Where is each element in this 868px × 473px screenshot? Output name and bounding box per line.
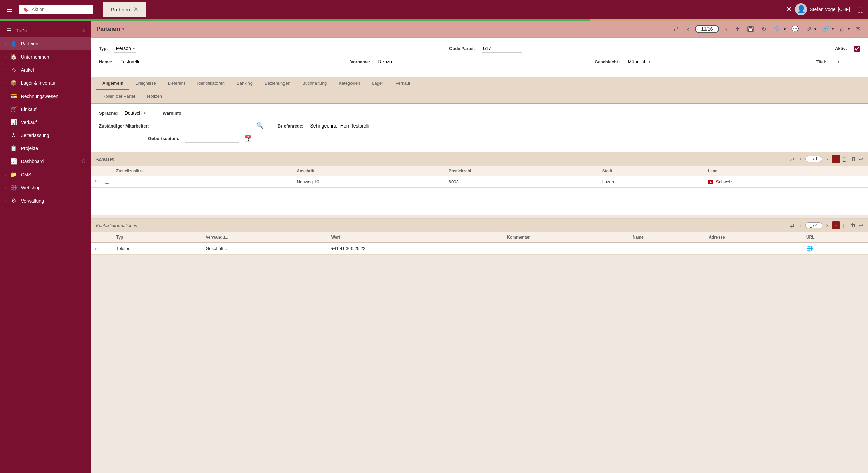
vorname-input[interactable] (377, 58, 431, 66)
title-dropdown-icon[interactable]: ▾ (122, 27, 124, 31)
calendar-button[interactable]: 📅 (244, 135, 251, 142)
tab-banking[interactable]: Banking (230, 77, 258, 90)
adressen-edit-button[interactable]: ⬚ (843, 156, 848, 163)
ki-row-checkbox[interactable] (105, 245, 110, 250)
comment-button[interactable]: 💬 (789, 24, 801, 34)
search-input[interactable] (32, 7, 86, 12)
tab-notizen[interactable]: Notizen (141, 90, 168, 103)
sidebar-item-todo[interactable]: ☰ ToDo ☆ (0, 24, 91, 37)
sidebar-item-zeiterfassung[interactable]: › ⏱ Zeiterfassung (0, 129, 91, 142)
sidebar: ☰ ToDo ☆ › 👤 Parteien › 🏠 Unternehmen › … (0, 21, 91, 473)
table-row: ⠿ Telefon Geschäft... +41 41 360 25 22 🌐 (91, 242, 868, 255)
adressen-prev-button[interactable]: ‹ (798, 156, 803, 163)
adressen-next-button[interactable]: › (825, 156, 829, 163)
tab-buchhaltung[interactable]: Buchhaltung (296, 77, 333, 90)
save-button[interactable] (745, 24, 756, 34)
col-stadt: Stadt (599, 166, 705, 176)
land-link[interactable]: Schweiz (716, 179, 732, 184)
kontaktinfo-edit-button[interactable]: ⬚ (843, 223, 848, 229)
typ-select[interactable]: Person ▾ (115, 44, 136, 53)
sidebar-item-cms[interactable]: › 📁 CMS (0, 168, 91, 181)
kontaktinfo-swap-button[interactable]: ⇄ (788, 222, 796, 230)
geschlecht-select[interactable]: Männlich ▾ (626, 58, 652, 66)
tab-kategorien[interactable]: Kategorien (333, 77, 366, 90)
warninfo-input[interactable] (188, 109, 289, 117)
mitarbeiter-input[interactable] (155, 122, 249, 130)
export-button[interactable]: ⇗ (804, 24, 814, 34)
tab-allgemein[interactable]: Allgemein (96, 77, 129, 90)
window-close-icon[interactable]: ✕ (785, 5, 792, 14)
briefanrede-input[interactable] (309, 122, 430, 130)
print-dropdown-icon[interactable]: ▾ (848, 27, 850, 31)
sidebar-item-projekte[interactable]: › 📋 Projekte (0, 142, 91, 155)
attach-button[interactable]: 📎 (772, 24, 783, 34)
adressen-add-button[interactable]: + (832, 155, 840, 163)
next-button[interactable]: › (722, 24, 730, 34)
tab-identifikatoren[interactable]: Identifikatoren (191, 77, 230, 90)
globe-icon[interactable]: 🌐 (806, 245, 813, 251)
tab-beziehungen[interactable]: Beziehungen (258, 77, 296, 90)
link-button[interactable]: 🔗 (820, 24, 831, 34)
hamburger-menu[interactable]: ☰ (4, 3, 16, 16)
sidebar-item-verwaltung[interactable]: › ⚙ Verwaltung (0, 194, 91, 207)
print-button[interactable]: 🖨 (837, 24, 847, 34)
drag-handle-icon[interactable]: ⠿ (95, 179, 98, 185)
sidebar-item-unternehmen[interactable]: › 🏠 Unternehmen (0, 50, 91, 63)
adressen-delete-button[interactable]: 🗑 (850, 156, 856, 162)
sidebar-item-artikel[interactable]: › ◇ Artikel (0, 63, 91, 76)
ki-col-verwendung: Verwandu... (203, 232, 328, 242)
sidebar-item-parteien[interactable]: › 👤 Parteien (0, 37, 91, 50)
name-input[interactable] (119, 58, 187, 66)
ki-col-adresse: Adresse (705, 232, 803, 242)
row-stadt: Luzern (599, 176, 705, 188)
row-anschrift: Neuweg 10 (293, 176, 445, 188)
sidebar-label-cms: CMS (21, 172, 86, 177)
row-checkbox[interactable] (105, 179, 110, 184)
kontaktinfo-undo-button[interactable]: ↩ (859, 223, 863, 229)
tab-lager[interactable]: Lager (366, 77, 389, 90)
adressen-swap-button[interactable]: ⇄ (788, 156, 796, 163)
sidebar-item-einkauf[interactable]: › 🛒 Einkauf (0, 103, 91, 116)
mitarbeiter-row: Zuständiger Mitarbeiter: 🔍 Briefanrede: (99, 122, 860, 130)
tab-close-icon[interactable]: ✕ (133, 6, 138, 13)
refresh-button[interactable]: ↻ (759, 24, 768, 34)
kontaktinfo-delete-button[interactable]: 🗑 (850, 223, 856, 229)
add-button[interactable]: + (733, 23, 742, 35)
logout-icon[interactable]: ⬚ (857, 5, 864, 14)
sprache-select[interactable]: Deutsch ▾ (123, 109, 147, 117)
parteien-chevron-icon: › (5, 42, 7, 46)
tab-ereignisse[interactable]: Ereignisse (129, 77, 162, 90)
email-button[interactable]: ✉ (854, 24, 863, 34)
attach-dropdown-icon[interactable]: ▾ (784, 27, 786, 31)
kontaktinfo-add-button[interactable]: + (832, 222, 840, 230)
mitarbeiter-search-button[interactable]: 🔍 (254, 122, 266, 130)
tab-verkauf[interactable]: Verkauf (389, 77, 416, 90)
prev-button[interactable]: ‹ (684, 24, 692, 34)
aktiv-checkbox[interactable] (854, 46, 860, 52)
sidebar-item-dashboard[interactable]: › 📈 Dashboard ☆ (0, 155, 91, 168)
ki-drag-handle-icon[interactable]: ⠿ (95, 246, 98, 251)
tab-rollen[interactable]: Rollen der Partei (96, 90, 141, 103)
export-dropdown-icon[interactable]: ▾ (814, 27, 816, 31)
ki-col-wert: Wert (328, 232, 504, 242)
todo-star-icon[interactable]: ☆ (81, 27, 86, 34)
code-partei-input[interactable] (482, 44, 522, 53)
link-dropdown-icon[interactable]: ▾ (832, 27, 834, 31)
tabs-area: Allgemein Ereignisse Lieferant Identifik… (91, 77, 868, 104)
sidebar-item-lager[interactable]: › 📦 Lager & Inventur (0, 76, 91, 90)
tabs-row2: Rollen der Partei Notizen (96, 90, 863, 103)
main-layout: ☰ ToDo ☆ › 👤 Parteien › 🏠 Unternehmen › … (0, 21, 868, 473)
adressen-undo-button[interactable]: ↩ (859, 156, 863, 163)
sidebar-item-webshop[interactable]: › 🌐 Webshop (0, 181, 91, 194)
sidebar-label-lager: Lager & Inventur (21, 80, 86, 86)
dashboard-star-icon[interactable]: ☆ (81, 158, 86, 165)
tab-lieferant[interactable]: Lieferant (162, 77, 191, 90)
sidebar-item-verkauf[interactable]: › 📊 Verkauf (0, 116, 91, 129)
geburtsdatum-input[interactable] (185, 134, 239, 143)
kontaktinfo-next-button[interactable]: › (825, 222, 829, 229)
kontaktinfo-prev-button[interactable]: ‹ (798, 222, 803, 229)
sidebar-label-dashboard: Dashboard (21, 159, 78, 164)
titel-select[interactable]: ▾ (833, 58, 860, 66)
swap-button[interactable]: ⇄ (672, 24, 681, 34)
sidebar-item-rechnungswesen[interactable]: › 💳 Rechnungswesen (0, 90, 91, 103)
